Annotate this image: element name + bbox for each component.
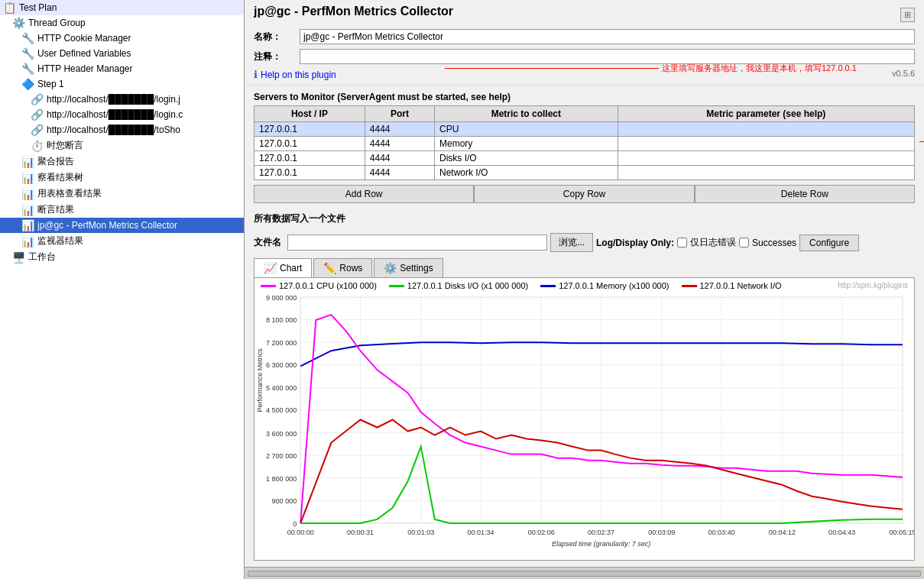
version-badge: v0.5.6 — [892, 69, 915, 78]
help-link[interactable]: Help on this plugin — [261, 70, 336, 80]
log-errors-checkbox[interactable] — [677, 238, 687, 247]
help-row: ℹ Help on this plugin 这里填写服务器地址，我这里是本机，填… — [254, 69, 915, 80]
successes-label: Successes — [752, 238, 796, 248]
col-metric: Metric to collect — [434, 106, 618, 122]
workbench-icon: 🖥️ — [12, 251, 25, 264]
svg-text:Elapsed time (granularity: 7 s: Elapsed time (granularity: 7 sec) — [552, 540, 650, 548]
horizontal-scrollbar[interactable] — [248, 571, 921, 577]
svg-text:3 600 000: 3 600 000 — [266, 430, 297, 438]
svg-text:00:01:03: 00:01:03 — [407, 529, 434, 536]
legend-network: 127.0.0.1 Network I/O — [682, 281, 782, 290]
chart-legend: 127.0.0.1 CPU (x100 000) 127.0.0.1 Disks… — [255, 278, 914, 293]
sidebar-item-step1[interactable]: 🔷Step 1 — [0, 76, 244, 92]
sidebar-item-user-vars[interactable]: 🔧User Defined Variables — [0, 46, 244, 61]
legend-network-label: 127.0.0.1 Network I/O — [700, 281, 782, 290]
name-row: 名称： — [254, 29, 915, 44]
legend-network-color — [682, 285, 697, 287]
legend-cpu-color — [261, 285, 276, 287]
sidebar-item-url1[interactable]: 🔗http://localhost/███████/login.j — [0, 92, 244, 107]
tab-chart-label: Chart — [280, 263, 302, 273]
comment-row: 注释： — [254, 49, 915, 64]
table-buttons: Add Row Copy Row Delete Row — [254, 185, 915, 203]
sidebar-item-http-header[interactable]: 🔧HTTP Header Manager — [0, 61, 244, 76]
servers-title: Servers to Monitor (ServerAgent must be … — [254, 92, 915, 102]
annotation-server: 这里填写服务器地址，我这里是本机，填写127.0.0.1 — [445, 63, 857, 74]
all-data-label: 所有数据写入一个文件 — [254, 212, 345, 225]
table-row[interactable]: 127.0.0.14444CPU — [255, 122, 915, 137]
sidebar-item-timer[interactable]: ⏱️时您断言 — [0, 137, 244, 154]
configure-button[interactable]: Configure — [799, 235, 859, 251]
rows-icon: ✏️ — [323, 262, 336, 274]
chart-icon: 📈 — [264, 262, 277, 274]
comment-input[interactable] — [300, 49, 915, 64]
svg-text:00:01:34: 00:01:34 — [467, 529, 494, 536]
sidebar-item-report[interactable]: 📊聚合报告 — [0, 154, 244, 170]
col-param: Metric parameter (see help) — [618, 106, 914, 122]
svg-text:900 000: 900 000 — [272, 497, 297, 505]
log-display-label: Log/Display Only: — [596, 238, 674, 248]
log-errors-label: 仅日志错误 — [690, 236, 736, 249]
chart-area: 127.0.0.1 CPU (x100 000) 127.0.0.1 Disks… — [254, 277, 915, 561]
sidebar-item-thread-group[interactable]: ⚙️Thread Group — [0, 15, 244, 31]
header-section: jp@gc - PerfMon Metrics Collector ⊞ 名称： … — [245, 0, 924, 86]
table-row[interactable]: 127.0.0.14444Disks I/O — [255, 151, 915, 166]
svg-text:00:03:40: 00:03:40 — [708, 529, 735, 536]
bottom-bar — [245, 567, 924, 579]
tab-settings[interactable]: ⚙️ Settings — [374, 258, 443, 277]
chart-svg: .grid-line { stroke: #ddd; stroke-width:… — [255, 293, 914, 554]
tab-rows[interactable]: ✏️ Rows — [313, 258, 372, 277]
legend-disk-label: 127.0.0.1 Disks I/O (x1 000 000) — [407, 281, 528, 290]
legend-disk-color — [389, 285, 404, 287]
svg-text:00:03:09: 00:03:09 — [648, 529, 675, 536]
sidebar-item-monitor[interactable]: 📊监视器结果 — [0, 233, 244, 249]
svg-text:00:04:12: 00:04:12 — [769, 529, 796, 536]
browse-button[interactable]: 浏览... — [550, 233, 593, 252]
right-panel: jp@gc - PerfMon Metrics Collector ⊞ 名称： … — [245, 0, 924, 579]
sidebar-item-tree[interactable]: 📊察看结果树 — [0, 170, 244, 186]
expand-icon[interactable]: ⊞ — [900, 8, 915, 22]
successes-checkbox[interactable] — [739, 238, 749, 247]
svg-text:0: 0 — [293, 520, 297, 528]
legend-disk: 127.0.0.1 Disks I/O (x1 000 000) — [389, 281, 528, 290]
tab-rows-label: Rows — [339, 263, 362, 273]
comment-label: 注释： — [254, 50, 300, 63]
add-row-button[interactable]: Add Row — [254, 185, 474, 203]
legend-memory-label: 127.0.0.1 Memory (x100 000) — [559, 281, 669, 290]
sidebar-item-url3[interactable]: 🔗http://localhost/███████/toSho — [0, 122, 244, 137]
tab-chart[interactable]: 📈 Chart — [254, 258, 312, 277]
svg-text:00:02:06: 00:02:06 — [528, 529, 555, 536]
name-input[interactable] — [300, 29, 915, 44]
legend-memory-color — [540, 285, 556, 287]
svg-text:00:04:43: 00:04:43 — [828, 529, 855, 536]
sidebar-item-test-plan[interactable]: 📋Test Plan — [0, 0, 244, 15]
table-row[interactable]: 127.0.0.14444Network I/O — [255, 166, 915, 180]
file-input[interactable] — [287, 235, 547, 251]
sidebar-item-assertion[interactable]: 📊断言结果 — [0, 202, 244, 218]
tab-settings-label: Settings — [400, 263, 433, 273]
file-row: 文件名 浏览... Log/Display Only: 仅日志错误 Succes… — [254, 233, 915, 252]
delete-row-button[interactable]: Delete Row — [695, 185, 915, 203]
file-name-label: 文件名 — [254, 236, 281, 249]
sidebar-item-workbench[interactable]: 🖥️ 工作台 — [0, 249, 244, 265]
sidebar-item-http-cookie[interactable]: 🔧HTTP Cookie Manager — [0, 31, 244, 46]
table-row[interactable]: 127.0.0.14444Memory — [255, 137, 915, 151]
legend-memory: 127.0.0.1 Memory (x100 000) — [540, 281, 669, 290]
svg-text:1 800 000: 1 800 000 — [266, 475, 297, 483]
settings-icon: ⚙️ — [384, 262, 397, 274]
svg-text:00:00:00: 00:00:00 — [287, 529, 314, 536]
svg-text:00:00:31: 00:00:31 — [347, 529, 374, 536]
info-icon: ℹ — [254, 69, 258, 80]
copy-row-button[interactable]: Copy Row — [474, 185, 694, 203]
legend-cpu-label: 127.0.0.1 CPU (x100 000) — [279, 281, 377, 290]
svg-text:9 000 000: 9 000 000 — [266, 294, 297, 302]
panel-title: jp@gc - PerfMon Metrics Collector — [254, 5, 453, 18]
annotation-metric: 这里选择要监控的对象 — [919, 136, 924, 147]
sidebar-item-url2[interactable]: 🔗http://localhost/███████/login.c — [0, 107, 244, 122]
svg-text:2 700 000: 2 700 000 — [266, 452, 297, 460]
tabs-bar: 📈 Chart ✏️ Rows ⚙️ Settings — [245, 255, 924, 277]
name-label: 名称： — [254, 31, 300, 44]
col-host: Host / IP — [255, 106, 365, 122]
sidebar-item-table[interactable]: 📊用表格查看结果 — [0, 186, 244, 202]
sidebar-item-perfmon[interactable]: 📊jp@gc - PerfMon Metrics Collector — [0, 218, 244, 233]
server-table: Host / IP Port Metric to collect Metric … — [254, 105, 915, 180]
